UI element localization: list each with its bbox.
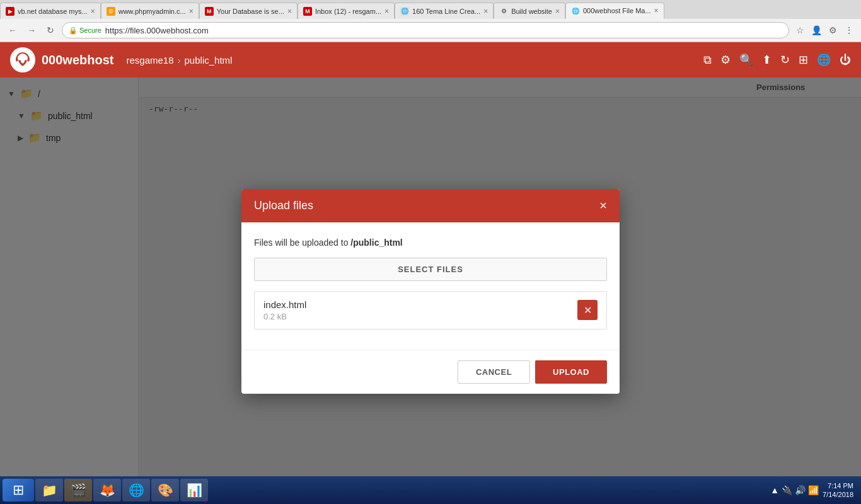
tab-6-title: Build website <box>511 8 552 15</box>
tab-2[interactable]: ⚙ www.phpmyadmin.c... × <box>101 3 199 19</box>
file-remove-button[interactable]: ✕ <box>577 300 598 320</box>
tab-2-title: www.phpmyadmin.c... <box>118 8 186 15</box>
browser-actions: ☆ 👤 ⚙ ⋮ <box>793 23 856 37</box>
taskbar-app-firefox[interactable]: 🦊 <box>93 479 121 501</box>
secure-badge: 🔒 Secure <box>69 26 101 35</box>
taskbar: ⊞ 📁 🎬 🦊 🌐 🎨 📊 ▲ 🔌 🔊 📶 7:14 PM 7/14/2018 <box>0 476 861 504</box>
cancel-button[interactable]: CANCEL <box>458 360 530 384</box>
tab-2-close[interactable]: × <box>189 7 194 16</box>
dialog-close-button[interactable]: × <box>599 199 607 212</box>
dialog-footer: CANCEL UPLOAD <box>241 350 620 394</box>
taskbar-tray: ▲ 🔌 🔊 📶 7:14 PM 7/14/2018 <box>765 481 858 500</box>
breadcrumb-folder[interactable]: public_html <box>185 55 233 66</box>
forward-button[interactable]: → <box>24 23 39 38</box>
address-text: https://files.000webhost.com <box>105 26 209 35</box>
file-entry: index.html 0.2 kB ✕ <box>254 291 607 329</box>
app-navbar: 000webhost resgame18 › public_html ⧉ ⚙ 🔍… <box>0 42 861 77</box>
address-bar[interactable]: 🔒 Secure https://files.000webhost.com <box>62 22 789 38</box>
app-body: 000webhost resgame18 › public_html ⧉ ⚙ 🔍… <box>0 42 861 504</box>
tab-1-favicon: ▶ <box>6 7 14 16</box>
tab-6[interactable]: ⚙ Build website × <box>494 3 565 19</box>
settings-icon[interactable]: ⚙ <box>720 53 731 67</box>
search-icon[interactable]: 🔍 <box>739 53 753 67</box>
tab-5-title: 160 Tema Line Crea... <box>412 8 480 15</box>
tray-network-icon[interactable]: 🔌 <box>782 485 792 495</box>
tray-icons: ▲ 🔌 🔊 📶 <box>770 485 819 495</box>
tab-4-title: Inbox (12) - resgam... <box>315 8 381 15</box>
file-name: index.html <box>263 299 306 310</box>
file-size: 0.2 kB <box>263 312 306 321</box>
reload-button[interactable]: ↻ <box>43 23 58 38</box>
tab-2-favicon: ⚙ <box>107 7 115 16</box>
tray-wifi-icon[interactable]: 📶 <box>808 485 819 495</box>
bookmark-icon[interactable]: ☆ <box>793 23 807 37</box>
navbar-icons: ⧉ ⚙ 🔍 ⬆ ↻ ⊞ 🌐 ⏻ <box>703 53 851 67</box>
tab-3-title: Your Database is se... <box>217 8 284 15</box>
tray-date: 7/14/2018 <box>823 490 853 499</box>
tray-time: 7:14 PM 7/14/2018 <box>823 481 853 500</box>
tab-4[interactable]: M Inbox (12) - resgam... × <box>298 3 395 19</box>
tab-1[interactable]: ▶ vb.net database mys... × <box>0 3 101 19</box>
tab-5[interactable]: 🌐 160 Tema Line Crea... × <box>395 3 494 19</box>
tab-5-favicon: 🌐 <box>400 7 409 16</box>
tab-7[interactable]: 🌐 000webhost File Ma... × <box>565 3 664 19</box>
upload-button[interactable]: UPLOAD <box>535 360 607 384</box>
upload-dialog: Upload files × Files will be uploaded to… <box>241 189 620 394</box>
tab-4-close[interactable]: × <box>384 7 389 16</box>
select-files-button[interactable]: SELECT FILES <box>254 258 607 281</box>
dialog-header: Upload files × <box>241 189 620 222</box>
tab-1-close[interactable]: × <box>91 7 95 16</box>
tab-3-favicon: M <box>205 7 214 16</box>
tray-arrow-icon[interactable]: ▲ <box>770 485 779 495</box>
back-button[interactable]: ← <box>5 23 20 38</box>
tray-volume-icon[interactable]: 🔊 <box>795 485 806 495</box>
tab-5-close[interactable]: × <box>483 7 488 16</box>
refresh-icon[interactable]: ↻ <box>780 53 790 67</box>
upload-info: Files will be uploaded to /public_html <box>254 238 607 248</box>
tab-6-close[interactable]: × <box>555 7 560 16</box>
tab-7-title: 000webhost File Ma... <box>583 7 651 14</box>
power-icon[interactable]: ⏻ <box>840 54 851 67</box>
extensions-icon[interactable]: ⚙ <box>826 23 840 37</box>
tab-3[interactable]: M Your Database is se... × <box>199 3 298 19</box>
tab-6-favicon: ⚙ <box>499 7 508 16</box>
dialog-body: Files will be uploaded to /public_html S… <box>241 222 620 350</box>
file-info: index.html 0.2 kB <box>263 299 306 321</box>
dialog-title: Upload files <box>254 199 313 212</box>
navbar-brand: 000webhost <box>10 47 113 72</box>
upload-icon[interactable]: ⬆ <box>762 53 771 67</box>
brand-name: 000webhost <box>42 53 113 67</box>
omnibar-row: ← → ↻ 🔒 Secure https://files.000webhost.… <box>0 19 861 42</box>
profile-icon[interactable]: 👤 <box>809 23 823 37</box>
copy-icon[interactable]: ⧉ <box>703 54 712 67</box>
taskbar-app-paint[interactable]: 🎨 <box>151 479 179 501</box>
browser-chrome: ▶ vb.net database mys... × ⚙ www.phpmyad… <box>0 0 861 42</box>
taskbar-app-explorer[interactable]: 📁 <box>35 479 63 501</box>
tab-bar: ▶ vb.net database mys... × ⚙ www.phpmyad… <box>0 0 861 19</box>
main-content: ▼ 📁 / ▼ 📁 public_html ▶ 📁 tmp Permission… <box>0 77 861 504</box>
tab-4-favicon: M <box>303 7 312 16</box>
grid-icon[interactable]: ⊞ <box>799 53 808 67</box>
tab-7-favicon: 🌐 <box>571 6 580 15</box>
taskbar-app-excel[interactable]: 📊 <box>180 479 208 501</box>
menu-icon[interactable]: ⋮ <box>842 23 856 37</box>
brand-logo <box>10 47 35 72</box>
taskbar-app-vlc[interactable]: 🎬 <box>64 479 92 501</box>
modal-overlay: Upload files × Files will be uploaded to… <box>0 77 861 504</box>
navbar-breadcrumb: resgame18 › public_html <box>126 55 232 66</box>
start-button[interactable]: ⊞ <box>3 479 34 501</box>
tab-1-title: vb.net database mys... <box>18 8 88 15</box>
breadcrumb-separator: › <box>178 55 181 66</box>
tab-7-close[interactable]: × <box>654 6 659 15</box>
tab-3-close[interactable]: × <box>287 7 292 16</box>
breadcrumb-user[interactable]: resgame18 <box>126 55 173 66</box>
tray-clock: 7:14 PM <box>828 481 853 490</box>
globe-icon[interactable]: 🌐 <box>817 53 831 67</box>
upload-info-prefix: Files will be uploaded to <box>254 238 350 248</box>
upload-path: /public_html <box>350 238 402 248</box>
taskbar-app-internet[interactable]: 🌐 <box>122 479 150 501</box>
